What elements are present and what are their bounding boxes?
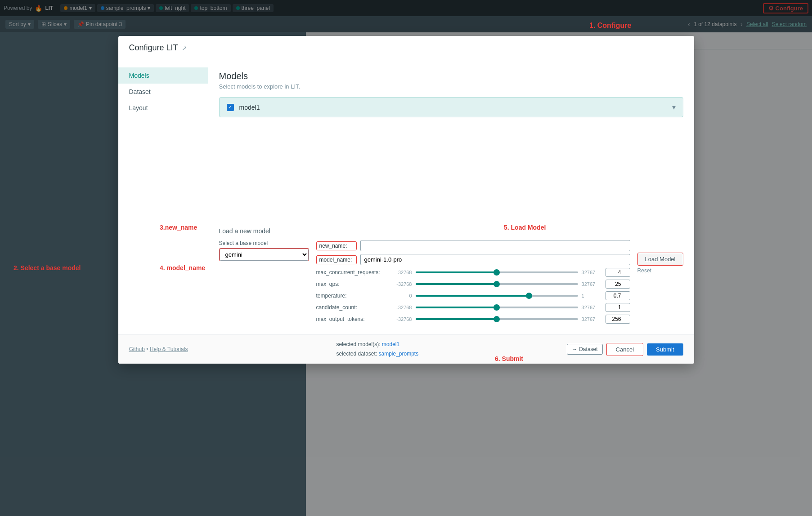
load-actions: Load Model Reset [637,240,683,274]
sidebar-nav-layout[interactable]: Layout [118,100,208,116]
max-qps-number[interactable] [606,280,630,289]
selected-models-prefix: selected model(s): [336,341,381,347]
help-link[interactable]: Help & Tutorials [150,346,188,352]
dataset-button[interactable]: → Dataset [567,344,602,355]
temperature-track [416,295,578,297]
max-output-tokens-min: -32768 [392,316,412,322]
github-link[interactable]: Github [129,346,145,352]
temperature-fill [416,295,529,297]
temperature-label: temperature: [316,293,388,299]
footer-selected: selected model(s): model1 selected datas… [336,340,418,358]
content-subtitle: Select models to explore in LIT. [219,83,683,90]
max-output-tokens-max: 32767 [582,316,602,322]
selected-model-link[interactable]: model1 [382,341,399,347]
temperature-min: 0 [392,293,412,298]
model-name-row: model_name: [316,254,630,265]
max-output-tokens-slider-wrapper [416,315,578,324]
candidate-count-track [416,307,578,308]
selected-dataset-prefix: selected dataset: [336,351,378,357]
temperature-max: 1 [582,293,602,298]
max-concurrent-requests-min: -32768 [392,270,412,275]
new-name-row: new_name: [316,240,630,251]
candidate-count-thumb[interactable] [493,304,500,311]
model1-chevron-icon: ▾ [672,103,676,111]
candidate-count-max: 32767 [582,305,602,310]
max-concurrent-requests-track [416,271,578,273]
max-concurrent-requests-slider-wrapper [416,268,578,277]
footer-links: Github • Help & Tutorials [129,346,188,352]
model-list-spacer [219,121,683,220]
base-model-select-wrapper: gemini [219,248,309,261]
load-model-title: Load a new model [219,227,683,235]
base-model-label: Select a base model [219,240,309,246]
sidebar-nav-models[interactable]: Models [118,67,208,84]
submit-button[interactable]: Submit [647,343,683,356]
max-concurrent-requests-row: max_concurrent_requests: -32768 32767 [316,268,630,277]
external-link-icon[interactable]: ↗ [182,44,187,52]
load-model-section: Load a new model Select a base model gem… [219,220,683,324]
max-qps-thumb[interactable] [493,281,500,287]
model-name-input[interactable] [360,254,630,265]
content-title: Models [219,71,683,81]
sidebar-nav-dataset[interactable]: Dataset [118,84,208,100]
temperature-thumb[interactable] [526,293,532,299]
footer-selected-dataset: selected dataset: sample_prompts [336,350,418,358]
arrow-right-icon: → [572,346,577,352]
temperature-row: temperature: 0 1 [316,291,630,300]
annotation-base-model: 2. Select a base model [13,264,81,271]
footer-actions: → Dataset Cancel Submit [567,343,683,356]
modal-overlay: Configure LIT ↗ Models Dataset Layout Mo… [0,0,812,516]
max-qps-min: -32768 [392,281,412,287]
reset-link[interactable]: Reset [637,267,683,274]
max-concurrent-requests-fill [416,271,497,273]
model-list-item[interactable]: model1 ▾ [219,97,683,117]
temperature-number[interactable] [606,291,630,300]
modal-main-content: Models Select models to explore in LIT. … [208,60,694,334]
new-name-label: new_name: [316,241,357,250]
temperature-slider-wrapper [416,291,578,300]
max-qps-track [416,283,578,285]
candidate-count-slider-wrapper [416,303,578,312]
max-qps-row: max_qps: -32768 32767 [316,280,630,289]
max-concurrent-requests-number[interactable] [606,268,630,277]
footer-selected-models: selected model(s): model1 [336,340,418,349]
max-qps-max: 32767 [582,281,602,287]
load-model-form: Select a base model gemini new_n [219,240,683,324]
modal-title: Configure LIT [129,43,178,53]
model1-checkbox[interactable] [227,104,234,111]
candidate-count-row: candidate_count: -32768 32767 [316,303,630,312]
new-name-input[interactable] [360,240,630,251]
modal-body: Models Dataset Layout Models Select mode… [118,60,694,334]
base-model-select[interactable]: gemini [220,249,309,261]
cancel-button[interactable]: Cancel [606,343,643,356]
load-model-button[interactable]: Load Model [637,253,683,266]
max-qps-fill [416,283,497,285]
max-qps-label: max_qps: [316,281,388,287]
max-output-tokens-label: max_output_tokens: [316,316,388,322]
base-model-section: Select a base model gemini [219,240,309,261]
max-qps-slider-wrapper [416,280,578,289]
modal-sidebar: Models Dataset Layout [118,60,208,334]
candidate-count-min: -32768 [392,305,412,310]
candidate-count-label: candidate_count: [316,304,388,311]
max-concurrent-requests-max: 32767 [582,270,602,275]
annotation-configure: 1. Configure [589,22,631,30]
max-output-tokens-track [416,318,578,320]
max-concurrent-requests-thumb[interactable] [493,269,500,276]
max-output-tokens-thumb[interactable] [493,316,500,322]
model1-name: model1 [239,104,672,111]
candidate-count-number[interactable] [606,303,630,312]
dataset-btn-label: Dataset [579,346,597,352]
params-section: new_name: model_name: max_concurrent_req… [316,240,630,324]
selected-dataset-link[interactable]: sample_prompts [379,351,419,357]
configure-modal: Configure LIT ↗ Models Dataset Layout Mo… [118,36,694,364]
footer-sep: • [146,346,150,352]
candidate-count-fill [416,307,497,308]
max-output-tokens-row: max_output_tokens: -32768 32767 [316,315,630,324]
model-name-label: model_name: [316,255,357,264]
modal-header: Configure LIT ↗ [118,36,694,60]
modal-footer: Github • Help & Tutorials selected model… [118,334,694,364]
max-concurrent-requests-label: max_concurrent_requests: [316,269,388,276]
max-output-tokens-fill [416,318,497,320]
max-output-tokens-number[interactable] [606,315,630,324]
